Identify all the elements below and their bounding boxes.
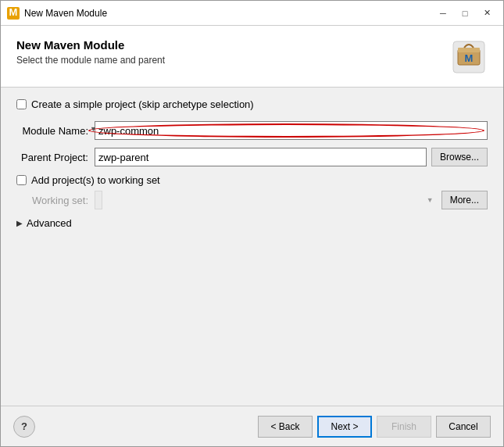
parent-project-input[interactable] xyxy=(95,148,427,166)
cancel-button[interactable]: Cancel xyxy=(436,416,491,438)
maven-logo: M xyxy=(450,38,488,76)
working-set-select-wrapper xyxy=(95,191,437,209)
finish-button[interactable]: Finish xyxy=(377,416,431,438)
footer-left: ? xyxy=(13,416,35,438)
header-section: New Maven Module Select the module name … xyxy=(1,26,503,88)
maximize-button[interactable]: □ xyxy=(455,5,475,22)
simple-project-checkbox[interactable] xyxy=(16,99,27,109)
advanced-label[interactable]: Advanced xyxy=(27,217,72,229)
content-area: Create a simple project (skip archetype … xyxy=(1,88,503,406)
minimize-button[interactable]: ─ xyxy=(433,5,453,22)
more-button[interactable]: More... xyxy=(441,191,488,209)
module-name-label: Module Name: xyxy=(16,125,95,137)
working-set-select[interactable] xyxy=(95,191,102,209)
add-working-set-checkbox[interactable] xyxy=(16,175,27,185)
title-bar-text: New Maven Module xyxy=(24,8,433,19)
next-button[interactable]: Next > xyxy=(317,416,372,438)
header-text: New Maven Module Select the module name … xyxy=(16,38,441,66)
back-button[interactable]: < Back xyxy=(258,416,313,438)
window-icon: M xyxy=(7,7,20,20)
footer: ? < Back Next > Finish Cancel xyxy=(1,406,503,446)
module-name-wrapper xyxy=(95,121,488,140)
advanced-triangle-icon: ▶ xyxy=(16,219,23,227)
svg-text:M: M xyxy=(9,9,18,18)
working-set-checkbox-row: Add project(s) to working set xyxy=(16,174,488,186)
simple-project-row: Create a simple project (skip archetype … xyxy=(16,98,488,110)
add-working-set-label[interactable]: Add project(s) to working set xyxy=(31,174,160,186)
parent-project-row: Parent Project: Browse... xyxy=(16,148,488,166)
header-title: New Maven Module xyxy=(16,38,441,52)
parent-project-label: Parent Project: xyxy=(16,152,95,163)
module-name-row: Module Name: xyxy=(16,121,488,140)
help-button[interactable]: ? xyxy=(13,416,35,438)
advanced-section[interactable]: ▶ Advanced xyxy=(16,217,488,229)
browse-button[interactable]: Browse... xyxy=(431,148,488,166)
title-bar-controls: ─ □ ✕ xyxy=(433,5,497,22)
dialog-window: M New Maven Module ─ □ ✕ New Maven Modul… xyxy=(0,0,504,447)
working-set-row: Working set: More... xyxy=(16,191,488,209)
svg-text:M: M xyxy=(465,52,474,64)
module-name-input[interactable] xyxy=(95,121,488,140)
header-subtitle: Select the module name and parent xyxy=(16,55,441,66)
title-bar: M New Maven Module ─ □ ✕ xyxy=(1,1,503,26)
working-set-label: Working set: xyxy=(16,195,95,206)
close-button[interactable]: ✕ xyxy=(477,5,497,22)
simple-project-label[interactable]: Create a simple project (skip archetype … xyxy=(31,98,254,110)
footer-right: < Back Next > Finish Cancel xyxy=(258,416,491,438)
